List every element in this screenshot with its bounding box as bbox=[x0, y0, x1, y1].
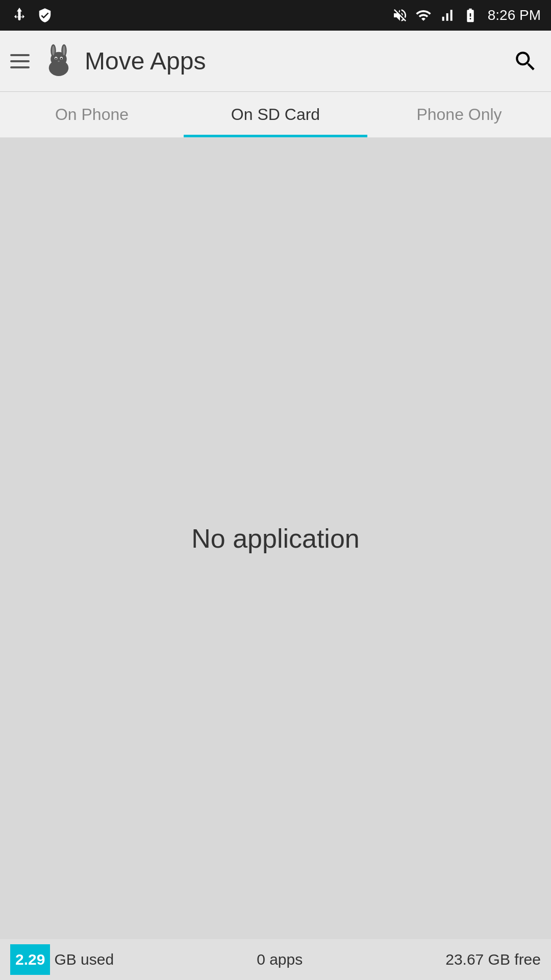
time-display: 8:26 PM bbox=[488, 7, 541, 23]
tab-on-phone[interactable]: On Phone bbox=[0, 92, 184, 137]
shield-icon bbox=[36, 6, 54, 24]
tab-on-sd-card[interactable]: On SD Card bbox=[184, 92, 367, 137]
svg-point-8 bbox=[55, 58, 57, 60]
svg-point-3 bbox=[52, 45, 55, 55]
signal-icon bbox=[438, 6, 456, 24]
tabs-bar: On Phone On SD Card Phone Only bbox=[0, 92, 551, 138]
svg-point-5 bbox=[63, 45, 65, 55]
free-space: 23.67 GB free bbox=[445, 951, 541, 968]
main-content-area: No application bbox=[0, 138, 551, 939]
empty-state-message: No application bbox=[191, 523, 360, 554]
hamburger-menu-button[interactable] bbox=[10, 48, 36, 74]
wifi-icon bbox=[414, 6, 433, 24]
search-button[interactable] bbox=[510, 46, 541, 77]
apps-count: 0 apps bbox=[257, 951, 303, 968]
mute-icon bbox=[391, 6, 409, 24]
svg-point-9 bbox=[61, 58, 63, 60]
storage-used: 2.29 GB used bbox=[10, 944, 114, 975]
app-title: Move Apps bbox=[85, 47, 510, 75]
usb-icon bbox=[10, 6, 29, 24]
app-bar: Move Apps bbox=[0, 31, 551, 92]
status-bar-left-icons bbox=[10, 6, 54, 24]
app-logo-icon bbox=[41, 43, 77, 79]
bottom-bar: 2.29 GB used 0 apps 23.67 GB free bbox=[0, 939, 551, 980]
battery-icon bbox=[461, 6, 480, 24]
used-gb-label: GB used bbox=[54, 951, 114, 968]
svg-point-10 bbox=[58, 60, 60, 62]
status-bar-right-icons: 8:26 PM bbox=[391, 6, 541, 24]
used-gb-number: 2.29 bbox=[10, 944, 50, 975]
status-bar: 8:26 PM bbox=[0, 0, 551, 31]
tab-phone-only[interactable]: Phone Only bbox=[367, 92, 551, 137]
